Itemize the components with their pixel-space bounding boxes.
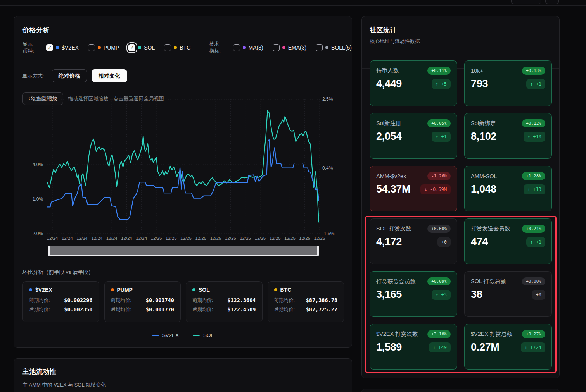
checkbox-unchecked[interactable]	[316, 44, 323, 51]
liquidity-panel: 主池流动性 主 AMM 中的 V2EX 与 SOL 规模变化	[14, 358, 352, 392]
comparison-row: 前期均价:$122.3604	[192, 297, 256, 304]
comparison-card-v2ex: $V2EX前期均价:$0.002296后期均价:$0.002350	[22, 281, 99, 322]
liquidity-panel-subtitle: 主 AMM 中的 V2EX 与 SOL 规模变化	[22, 382, 106, 389]
percent-change-badge: +0.13%	[522, 67, 545, 75]
stat-card-ammv2ex: AMM-$v2ex-1.26%54.37M↓ -0.69M	[370, 166, 457, 211]
legend-item-v2ex[interactable]: $V2EX	[152, 332, 179, 338]
next-panel-stub	[361, 389, 560, 392]
mode-row-label: 显示方式:	[22, 72, 44, 79]
avg-price-value: $87,386.78	[306, 297, 337, 304]
percent-change-badge: +0.11%	[427, 67, 451, 75]
comparison-cards-row: $V2EX前期均价:$0.002296后期均价:$0.002350PUMP前期均…	[22, 281, 344, 322]
comparison-row: 后期均价:$87,725.27	[274, 306, 338, 313]
stat-label: $V2EX 打赏次数	[376, 330, 418, 338]
x-tick-label: 12/25	[151, 236, 162, 241]
stat-label: AMM-$v2ex	[376, 173, 406, 179]
display-mode-row: 显示方式: 绝对价格相对变化	[22, 69, 127, 82]
x-tick-label: 12/25	[225, 236, 236, 241]
stat-label: Sol新绑定	[471, 120, 496, 127]
stat-label: 10k+	[471, 68, 483, 74]
stat-value: 4,172	[376, 236, 402, 248]
left-axis-label: -2.0%	[31, 231, 43, 236]
mode-button-inactive[interactable]: 绝对价格	[52, 69, 87, 82]
coin-toggle-btc[interactable]: BTC	[164, 44, 190, 51]
delta-badge: +0	[532, 290, 545, 300]
chart-scrollbar[interactable]	[48, 246, 319, 256]
avg-price-value: $0.001740	[146, 297, 174, 304]
mode-button-active[interactable]: 相对变化	[92, 69, 127, 82]
delta-badge: ↑ +1	[432, 132, 451, 142]
indicator-toggle-label: EMA(3)	[288, 45, 306, 51]
stat-card-v2ex: $V2EX 打赏次数+3.18%1,589↑ +49	[370, 324, 457, 370]
percent-change-badge: +0.21%	[522, 225, 545, 233]
checkbox-checked[interactable]: ✓	[46, 44, 53, 51]
stat-label: 打赏获赏会员数	[376, 278, 416, 285]
legend-line-icon	[152, 335, 159, 336]
checkbox-unchecked[interactable]	[88, 44, 95, 51]
left-axis-label: 9.7%	[33, 96, 43, 102]
topbar-button-small[interactable]	[545, 0, 559, 4]
comparison-coin-name: BTC	[280, 287, 292, 293]
coin-toggle-v2ex[interactable]: ✓$V2EX	[46, 44, 79, 51]
coin-toggle-row: 显示币种: ✓$V2EXPUMP✓SOLBTC技术指标:MA(3)EMA(3)B…	[22, 41, 352, 55]
x-tick-label: 12/25	[166, 236, 177, 241]
comparison-coin-name: PUMP	[117, 287, 133, 293]
coin-toggle-pump[interactable]: PUMP	[88, 44, 119, 51]
percent-change-badge: +0.12%	[522, 119, 545, 127]
avg-price-label: 后期均价:	[274, 306, 295, 313]
checkbox-unchecked[interactable]	[233, 44, 240, 51]
indicator-toggle-label: BOLL(5)	[331, 45, 352, 51]
stat-card-sol: Sol新注册+0.05%2,054↑ +1	[370, 113, 457, 159]
x-tick-label: 12/24	[62, 236, 73, 241]
checkbox-unchecked[interactable]	[164, 44, 171, 51]
avg-price-label: 后期均价:	[192, 306, 213, 313]
stat-label: AMM-SOL	[471, 173, 497, 179]
community-panel-title: 社区统计	[370, 26, 551, 34]
x-tick-label: 12/24	[106, 236, 118, 241]
x-tick-label: 12/25	[180, 236, 192, 241]
stat-value: 0.27M	[471, 341, 500, 353]
coin-toggle-sol[interactable]: ✓SOL	[128, 44, 155, 51]
stat-label: Sol新注册	[376, 120, 401, 127]
stat-card-sol: SOL 打赏次数+0.00%4,172+0	[370, 218, 457, 264]
stat-label: 打赏发送会员数	[471, 225, 510, 232]
color-dot-icon	[29, 288, 32, 291]
delta-badge: ↑ +13	[524, 184, 545, 194]
comparison-card-pump: PUMP前期均价:$0.001740后期均价:$0.001770	[104, 281, 181, 322]
right-axis-label: 2.5%	[322, 96, 333, 102]
x-tick-label: 12/25	[210, 236, 221, 241]
delta-badge: ↑ +10	[524, 132, 545, 142]
checkbox-unchecked[interactable]	[273, 44, 280, 51]
checkbox-checked[interactable]: ✓	[128, 44, 135, 51]
stat-card-10k+: 10k++0.13%793↑ +1	[464, 60, 552, 106]
stat-card-ammsol: AMM-SOL+1.28%1,048↑ +13	[464, 166, 552, 211]
series-line-v2ex	[47, 140, 319, 220]
indicator-toggle-ema3[interactable]: EMA(3)	[273, 44, 306, 51]
avg-price-label: 前期均价:	[274, 297, 295, 304]
indicator-toggle-boll5[interactable]: BOLL(5)	[316, 44, 352, 51]
x-tick-label: 12/25	[299, 236, 310, 241]
x-tick-label: 12/24	[47, 236, 58, 241]
liquidity-panel-title: 主池流动性	[22, 367, 57, 376]
delta-badge: ↑ +724	[521, 342, 545, 352]
stat-card-v2ex: $V2EX 打赏总额+0.27%0.27M↑ +724	[464, 324, 552, 370]
indicator-toggle-ma3[interactable]: MA(3)	[233, 44, 263, 51]
stat-card-sol: SOL 打赏总额+0.00%38+0	[464, 271, 552, 317]
comparison-row: 后期均价:$122.4509	[192, 306, 256, 313]
indicator-toggle-label: MA(3)	[249, 45, 263, 51]
avg-price-label: 后期均价:	[29, 306, 50, 313]
delta-badge: ↓ -0.69M	[420, 184, 451, 194]
coin-toggle-label: SOL	[144, 45, 155, 51]
x-tick-label: 12/25	[284, 236, 296, 241]
left-axis-label: 4.0%	[33, 162, 43, 167]
percent-change-badge: +1.28%	[522, 172, 545, 180]
comparison-card-btc: BTC前期均价:$87,386.78后期均价:$87,725.27	[268, 281, 344, 322]
topbar-button-large[interactable]	[511, 0, 541, 4]
percent-change-badge: +3.18%	[427, 330, 451, 338]
stat-card-: 打赏发送会员数+0.21%474↑ +1	[464, 218, 552, 264]
delta-badge: ↑ +5	[432, 79, 451, 89]
price-chart[interactable]: 12/2412/2412/2412/2412/2412/2412/2412/25…	[14, 94, 353, 246]
legend-item-sol[interactable]: SOL	[193, 332, 214, 338]
stat-value: 38	[471, 289, 482, 301]
community-panel-subtitle: 核心地址与流动性数据	[370, 38, 551, 45]
